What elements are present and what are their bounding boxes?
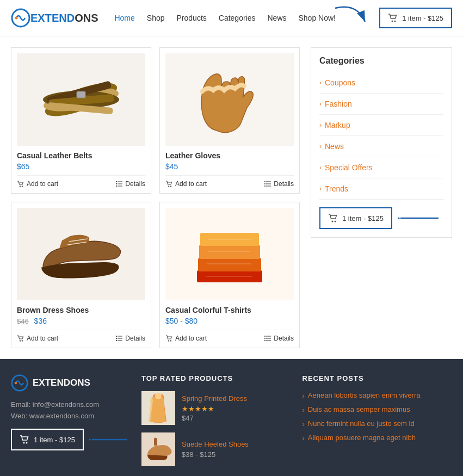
product-name-3: Brown Dress Shoes bbox=[17, 306, 145, 314]
details-2[interactable]: Details bbox=[264, 180, 294, 188]
nav-products[interactable]: Products bbox=[177, 14, 207, 22]
add-to-cart-2[interactable]: Add to cart bbox=[165, 180, 207, 188]
top-product-1-name[interactable]: Spring Printed Dress bbox=[182, 394, 247, 403]
sidebar-cart-button[interactable]: 1 item - $125 bbox=[319, 207, 392, 229]
header-cart-button[interactable]: 1 item - $125 bbox=[379, 8, 452, 28]
details-3[interactable]: Details bbox=[115, 335, 145, 342]
svg-rect-17 bbox=[116, 181, 117, 182]
details-4[interactable]: Details bbox=[264, 335, 294, 342]
details-1[interactable]: Details bbox=[115, 180, 145, 188]
chevron-icon-special: › bbox=[319, 164, 322, 171]
product-name-2: Leather Gloves bbox=[165, 151, 294, 160]
svg-rect-27 bbox=[264, 186, 266, 187]
chevron-icon-coupons: › bbox=[319, 79, 322, 86]
recent-post-3[interactable]: › Nunc fermint nulla eu justo sem id bbox=[303, 419, 453, 428]
product-actions-2: Add to cart Details bbox=[165, 175, 294, 188]
top-product-1-info: Spring Printed Dress ★★★★★ $47 bbox=[182, 394, 247, 422]
svg-rect-25 bbox=[264, 181, 266, 182]
product-actions-3: Add to cart Details bbox=[17, 330, 145, 342]
top-product-1: Spring Printed Dress ★★★★★ $47 bbox=[141, 391, 292, 425]
chevron-icon-news: › bbox=[319, 143, 322, 150]
category-label-trends: Trends bbox=[325, 184, 348, 193]
top-rated-title: TOP RATED PRODUCTS bbox=[141, 374, 292, 382]
nav-categories[interactable]: Categories bbox=[219, 14, 256, 22]
svg-point-61 bbox=[26, 442, 28, 444]
top-product-2: Suede Heeled Shoes $38 - $125 bbox=[141, 432, 292, 466]
sidebar: Categories › Coupons › Fashion › Markup … bbox=[311, 47, 452, 348]
footer-col-1: EXTENDONS Email: info@extendons.com Web:… bbox=[11, 374, 131, 474]
svg-point-3 bbox=[392, 21, 393, 22]
product-price-1: $65 bbox=[17, 162, 145, 171]
add-to-cart-3[interactable]: Add to cart bbox=[17, 335, 58, 342]
svg-point-31 bbox=[22, 340, 23, 341]
cart-small-icon-2 bbox=[165, 181, 173, 187]
new-price-3: $36 bbox=[34, 317, 47, 325]
product-price-3: $46 $36 bbox=[17, 317, 145, 325]
product-actions-1: Add to cart Details bbox=[17, 175, 145, 188]
category-coupons[interactable]: › Coupons bbox=[319, 72, 443, 94]
heeled-shoes-image bbox=[142, 433, 175, 466]
recent-post-2[interactable]: › Duis ac massa semper maximus bbox=[303, 405, 453, 414]
svg-rect-37 bbox=[116, 340, 117, 341]
cart-small-icon bbox=[17, 181, 24, 187]
chevron-icon-post3: › bbox=[303, 420, 305, 428]
post-2-text: Duis ac massa semper maximus bbox=[308, 405, 410, 413]
category-news[interactable]: › News bbox=[319, 136, 443, 157]
recent-post-4[interactable]: › Aliquam posuere magna eget nibh bbox=[303, 434, 453, 442]
shoes-image bbox=[27, 213, 135, 295]
header: EXTENDONS Home Shop Products Categories … bbox=[0, 0, 463, 36]
product-card-2: Leather Gloves $45 Add to cart Details bbox=[159, 47, 300, 194]
header-arrow bbox=[330, 3, 373, 30]
chevron-icon-post1: › bbox=[303, 392, 305, 400]
category-markup[interactable]: › Markup bbox=[319, 115, 443, 136]
svg-rect-35 bbox=[116, 336, 117, 337]
cart-small-icon-4 bbox=[165, 335, 173, 342]
svg-rect-26 bbox=[264, 183, 266, 184]
product-image-4 bbox=[165, 208, 294, 300]
chevron-icon-markup: › bbox=[319, 121, 322, 129]
svg-rect-36 bbox=[116, 338, 117, 339]
post-4-text: Aliquam posuere magna eget nibh bbox=[308, 434, 416, 442]
top-product-2-price: $38 - $125 bbox=[182, 450, 249, 459]
post-3-text: Nunc fermint nulla eu justo sem id bbox=[308, 419, 415, 428]
list-icon-3 bbox=[115, 335, 123, 342]
products-grid: Casual Leather Belts $65 Add to cart Det… bbox=[11, 47, 300, 348]
nav-news[interactable]: News bbox=[267, 14, 286, 22]
category-trends[interactable]: › Trends bbox=[319, 178, 443, 200]
svg-rect-51 bbox=[264, 336, 266, 337]
add-to-cart-1[interactable]: Add to cart bbox=[17, 180, 58, 188]
nav-shop[interactable]: Shop bbox=[147, 14, 165, 22]
top-product-2-name[interactable]: Suede Heeled Shoes bbox=[182, 440, 249, 448]
header-cart-label: 1 item - $125 bbox=[402, 14, 443, 22]
svg-rect-11 bbox=[77, 91, 85, 98]
svg-point-60 bbox=[23, 442, 25, 444]
nav-home[interactable]: Home bbox=[114, 14, 134, 22]
footer-col-3: RECENT POSTS › Aenean lobortis sapien en… bbox=[303, 374, 453, 474]
tshirts-image bbox=[181, 213, 279, 295]
add-to-cart-4[interactable]: Add to cart bbox=[165, 335, 207, 342]
footer-logo[interactable]: EXTENDONS bbox=[11, 374, 131, 392]
sidebar-cart-label: 1 item - $125 bbox=[342, 214, 384, 222]
web-label: Web: bbox=[11, 412, 27, 420]
footer-cart-button[interactable]: 1 item - $125 bbox=[11, 429, 84, 450]
product-name-1: Casual Leather Belts bbox=[17, 151, 145, 160]
product-price-4: $50 - $80 bbox=[165, 317, 294, 325]
logo[interactable]: EXTENDONS bbox=[11, 8, 98, 28]
footer-cart-label: 1 item - $125 bbox=[34, 436, 75, 444]
svg-point-13 bbox=[22, 186, 23, 187]
category-special-offers[interactable]: › Special Offers bbox=[319, 157, 443, 178]
sidebar-cart-container: 1 item - $125 bbox=[319, 207, 443, 229]
email-value[interactable]: info@extendons.com bbox=[33, 400, 99, 409]
svg-point-4 bbox=[394, 21, 396, 22]
recent-post-1[interactable]: › Aenean lobortis sapien enim viverra bbox=[303, 391, 453, 400]
top-product-1-price: $47 bbox=[182, 414, 247, 422]
list-icon bbox=[115, 181, 123, 187]
svg-point-59 bbox=[15, 382, 17, 384]
category-label-news: News bbox=[325, 142, 344, 151]
logo-text: EXTENDONS bbox=[30, 12, 98, 24]
footer-cart-container: 1 item - $125 bbox=[11, 429, 131, 450]
spring-dress-image bbox=[142, 392, 175, 424]
gloves-image bbox=[186, 59, 273, 140]
category-fashion[interactable]: › Fashion bbox=[319, 94, 443, 115]
web-value[interactable]: www.extendons.com bbox=[29, 412, 94, 420]
